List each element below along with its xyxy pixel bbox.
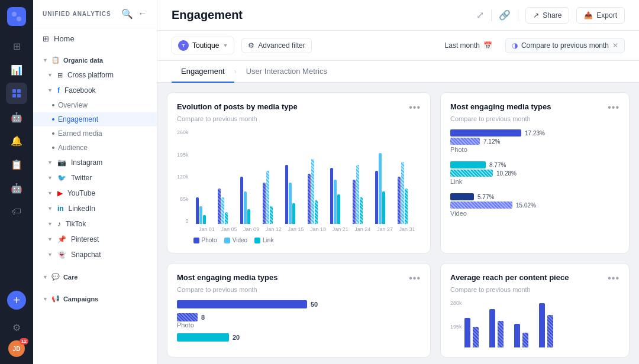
close-compare-icon[interactable]: ✕ (612, 41, 618, 50)
avg-reach-menu[interactable]: ••• (608, 273, 619, 284)
platform-instagram[interactable]: ▼ 📷 Instagram (33, 155, 157, 170)
tiktok-icon: ♪ (57, 220, 61, 228)
chevron-tw-icon: ▼ (47, 175, 53, 181)
photo-pct-solid: 17.23% (525, 130, 545, 136)
settings-icon[interactable]: ⚙ (6, 317, 27, 338)
add-button[interactable]: + (7, 291, 26, 310)
video-bar-solid-row: 5.77% (450, 193, 619, 200)
organic-data-header[interactable]: ▼ 📋 Organic data (33, 53, 157, 67)
x-label-0131: Jan 31 (399, 226, 415, 232)
search-icon[interactable]: 🔍 (121, 8, 133, 20)
video-bar-stripe-row: 15.02% (450, 202, 619, 209)
expand-icon[interactable]: ⤢ (476, 9, 484, 21)
app-logo[interactable] (7, 7, 26, 26)
tab-bar: Engagement › User Interaction Metrics (157, 61, 639, 83)
divider2 (518, 9, 518, 21)
advanced-filter[interactable]: ⚙ Advanced filter (241, 38, 311, 53)
instagram-label: Instagram (71, 158, 102, 167)
nav-grid-icon[interactable]: ⊞ (6, 35, 27, 57)
most-engaging-right-menu[interactable]: ••• (608, 102, 619, 113)
bar-group-10 (398, 162, 418, 224)
chevron-yt-icon: ▼ (47, 190, 53, 196)
svg-point-2 (12, 17, 17, 21)
nav-bell-icon[interactable]: 🔔 (6, 130, 27, 151)
photo-bar-stripe-row: 7.12% (450, 138, 619, 145)
bar-link-8 (360, 197, 363, 224)
tab-user-interaction[interactable]: User Interaction Metrics (237, 61, 337, 83)
platform-facebook[interactable]: ▼ f Facebook (33, 83, 157, 98)
legend-photo-dot (193, 238, 199, 243)
nav-robot-icon[interactable]: 🤖 (6, 106, 27, 128)
campaigns-header[interactable]: ▼ 📢 Campaigns (33, 291, 157, 306)
bar-link-2 (225, 212, 228, 224)
video-pct-stripe: 15.02% (516, 202, 536, 209)
earned-label: Earned media (58, 129, 102, 138)
chart-container (193, 129, 421, 224)
link-bar-teal-row: 8.77% (450, 161, 619, 168)
platform-youtube[interactable]: ▼ ▶ YouTube (33, 186, 157, 201)
sidebar-header-icons[interactable]: 🔍 ← (121, 8, 147, 20)
topbar: Engagement ⤢ 🔗 ↗ Share 📤 Export (157, 0, 639, 31)
sidebar-home[interactable]: ⊞ Home (33, 28, 157, 49)
twitter-label: Twitter (71, 174, 92, 182)
export-button[interactable]: 📤 Export (576, 7, 625, 24)
bar-video-2 (221, 197, 224, 224)
care-header[interactable]: ▼ 💬 Care (33, 269, 157, 284)
x-label-0115: Jan 15 (288, 226, 304, 232)
platform-cross[interactable]: ▼ ⊞ Cross platform (33, 67, 157, 83)
evolution-menu-icon[interactable]: ••• (409, 102, 421, 113)
bar-photo-2 (218, 188, 221, 224)
x-label-0112: Jan 12 (266, 226, 282, 232)
video-pct-solid: 5.77% (477, 194, 494, 200)
photo-bar-stripe (450, 138, 480, 145)
horiz-bar-photo-num: 50 (311, 301, 318, 308)
most-engaging-bottom-menu[interactable]: ••• (409, 273, 421, 284)
dashboard: Evolution of posts by media type ••• Com… (157, 83, 639, 364)
platform-pinterest[interactable]: ▼ 📌 Pinterest (33, 232, 157, 247)
collapse-icon[interactable]: ← (138, 8, 147, 20)
bar-photo-4 (263, 183, 266, 224)
share-button[interactable]: ↗ Share (525, 7, 569, 24)
dot-icon (52, 104, 54, 106)
compare-label: Compare to previous month (521, 41, 609, 50)
nav-doc-icon[interactable]: 📋 (6, 154, 27, 175)
most-engaging-right-title: Most engaging media types (450, 102, 551, 111)
bar-link-4 (270, 206, 273, 224)
platform-snapchat[interactable]: ▼ 👻 Snapchat (33, 247, 157, 262)
platform-twitter[interactable]: ▼ 🐦 Twitter (33, 170, 157, 186)
chart-legend: Photo Video Link (193, 237, 421, 243)
nav-tag-icon[interactable]: 🏷 (6, 201, 27, 222)
nav-bot-icon[interactable]: 🤖 (6, 177, 27, 199)
tab-engagement[interactable]: Engagement (172, 61, 234, 83)
platform-linkedin[interactable]: ▼ in LinkedIn (33, 201, 157, 216)
nav-dashboard-icon[interactable] (6, 83, 27, 104)
dot-active-icon (52, 118, 54, 121)
sidebar-fb-engagement[interactable]: Engagement (33, 112, 157, 126)
bar-photo-3 (240, 177, 243, 224)
export-icon: 📤 (584, 11, 593, 20)
platform-tiktok[interactable]: ▼ ♪ TikTok (33, 216, 157, 232)
linkedin-label: LinkedIn (69, 204, 95, 213)
bar-photo-8 (353, 180, 356, 224)
most-engaging-bottom-subtitle: Compare to previous month (177, 286, 421, 293)
compare-filter[interactable]: ◑ Compare to previous month ✕ (505, 38, 625, 53)
bar-group-5 (285, 165, 306, 224)
overview-label: Overview (58, 101, 88, 109)
photo-pct-stripe: 7.12% (483, 138, 500, 145)
bar-link-7 (337, 194, 340, 224)
sidebar-fb-earned[interactable]: Earned media (33, 126, 157, 141)
x-label-0109: Jan 09 (243, 226, 259, 232)
horiz-bar-photo-stripe: 8 Photo (177, 313, 421, 329)
date-filter[interactable]: Last month 📅 (439, 38, 498, 53)
sidebar: Unified Analytics 🔍 ← ⊞ Home ▼ 📋 Organic… (33, 0, 157, 364)
profile-filter[interactable]: T Toutique ▼ (172, 37, 234, 54)
legend-video-label: Video (233, 237, 247, 243)
youtube-label: YouTube (67, 189, 95, 197)
nav-analytics-icon[interactable]: 📊 (6, 59, 27, 80)
bar-photo-9 (375, 171, 378, 224)
reach-chart-area: 280k 195k (450, 300, 619, 347)
link-icon[interactable]: 🔗 (499, 9, 511, 21)
sidebar-fb-audience[interactable]: Audience (33, 141, 157, 155)
sidebar-fb-overview[interactable]: Overview (33, 98, 157, 112)
avatar[interactable]: JD 12 (8, 340, 25, 357)
